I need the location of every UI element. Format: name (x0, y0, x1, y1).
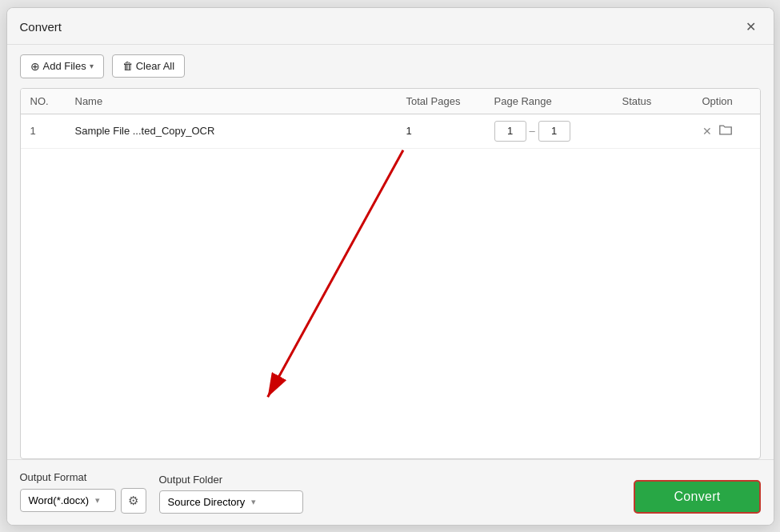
col-header-name: Name (69, 95, 400, 107)
folder-select[interactable]: Source Directory ▾ (159, 490, 303, 514)
open-folder-button[interactable] (718, 124, 733, 138)
col-header-pagerange: Page Range (488, 95, 616, 107)
row-no: 1 (21, 125, 69, 137)
convert-dialog: Convert ✕ ⊕ Add Files ▾ 🗑 Clear All NO. (6, 7, 774, 526)
col-header-no: NO. (21, 95, 69, 107)
gear-icon: ⚙ (128, 494, 138, 508)
add-files-dropdown-arrow: ▾ (90, 62, 94, 70)
row-page-range: – (488, 121, 616, 142)
output-format-label: Output Format (20, 471, 146, 483)
convert-button[interactable]: Convert (634, 480, 760, 514)
output-folder-group: Output Folder Source Directory ▾ (159, 474, 303, 514)
clear-all-button[interactable]: 🗑 Clear All (112, 54, 185, 78)
page-range-dash: – (530, 125, 535, 137)
row-option: ✕ (696, 124, 760, 138)
delete-row-button[interactable]: ✕ (702, 125, 712, 138)
format-select[interactable]: Word(*.docx) ▾ (20, 489, 116, 512)
settings-button[interactable]: ⚙ (121, 488, 146, 514)
table-header: NO. Name Total Pages Page Range Status O… (21, 89, 760, 114)
col-header-status: Status (616, 95, 696, 107)
close-button[interactable]: ✕ (741, 18, 761, 36)
file-table: NO. Name Total Pages Page Range Status O… (20, 88, 761, 459)
format-select-value: Word(*.docx) (29, 494, 90, 506)
row-total-pages: 1 (400, 125, 488, 137)
col-header-option: Option (696, 95, 760, 107)
format-dropdown-arrow: ▾ (95, 495, 100, 506)
page-range-from-input[interactable] (494, 121, 526, 142)
table-row: 1 Sample File ...ted_Copy_OCR 1 – ✕ (21, 114, 760, 149)
output-format-group: Output Format Word(*.docx) ▾ ⚙ (20, 471, 146, 514)
row-name: Sample File ...ted_Copy_OCR (69, 125, 400, 137)
add-files-label: Add Files (43, 60, 86, 72)
toolbar: ⊕ Add Files ▾ 🗑 Clear All (7, 45, 774, 88)
clear-all-label: Clear All (136, 60, 174, 72)
folder-select-value: Source Directory (168, 496, 246, 508)
page-range-to-input[interactable] (538, 121, 570, 142)
col-header-totalpages: Total Pages (400, 95, 488, 107)
folder-dropdown-arrow: ▾ (251, 497, 256, 507)
dialog-title: Convert (20, 20, 62, 34)
bottom-bar: Output Format Word(*.docx) ▾ ⚙ Output Fo… (7, 459, 774, 525)
add-files-button[interactable]: ⊕ Add Files ▾ (20, 54, 104, 78)
trash-icon: 🗑 (122, 60, 133, 72)
svg-line-1 (267, 150, 402, 397)
plus-circle-icon: ⊕ (30, 60, 40, 73)
output-format-row: Word(*.docx) ▾ ⚙ (20, 488, 146, 514)
title-bar: Convert ✕ (7, 8, 774, 45)
output-folder-label: Output Folder (159, 474, 303, 486)
